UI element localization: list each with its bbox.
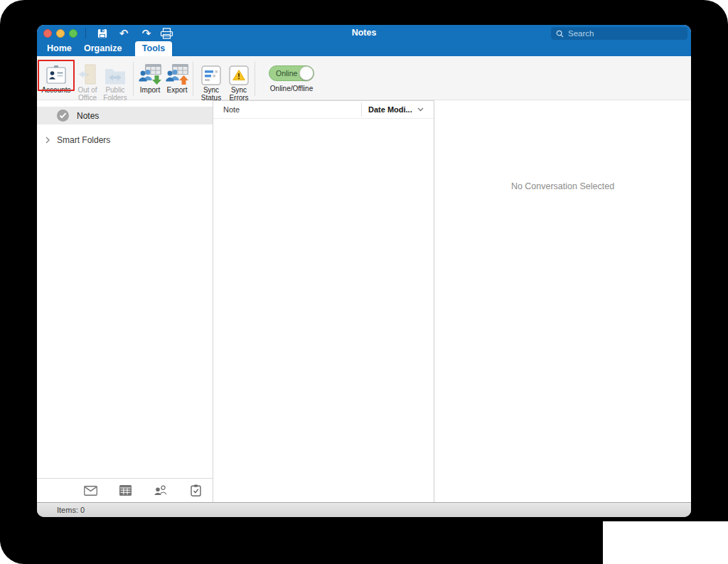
empty-state-message: No Conversation Selected: [434, 181, 691, 191]
ribbon-toolbar: Accounts Out of Office: [37, 56, 691, 100]
tasks-icon: [191, 484, 201, 496]
public-folders-button[interactable]: Public Folders: [100, 61, 131, 98]
items-count: Items: 0: [57, 503, 85, 517]
search-icon: [556, 30, 564, 38]
online-toggle-state: Online: [276, 66, 297, 80]
accounts-button[interactable]: Accounts: [38, 61, 74, 98]
note-column-header[interactable]: Note: [223, 101, 240, 119]
export-label: Export: [161, 87, 193, 95]
public-folders-icon: [104, 66, 127, 85]
tab-organize[interactable]: Organize: [84, 41, 122, 56]
contacts-nav-button[interactable]: [154, 479, 168, 502]
people-icon: [154, 485, 168, 496]
export-icon: [166, 63, 189, 85]
out-of-office-button[interactable]: Out of Office: [75, 61, 100, 98]
calendar-nav-button[interactable]: [119, 479, 132, 502]
online-offline-toggle-group: Online Online/Offline: [259, 61, 324, 92]
background-notch: [603, 521, 728, 564]
online-toggle[interactable]: Online: [269, 65, 314, 81]
sidebar-item-notes[interactable]: Notes: [37, 107, 213, 124]
content-area: Notes Smart Folders: [37, 100, 691, 502]
tasks-nav-button[interactable]: [191, 479, 201, 502]
ribbon-group-divider: [255, 62, 255, 96]
ribbon-tab-row: Home Organize Tools ?: [37, 41, 691, 56]
sort-dropdown[interactable]: Date Modi...: [361, 102, 434, 117]
import-icon: [139, 63, 162, 85]
sidebar-item-smart-folders[interactable]: Smart Folders: [37, 133, 213, 147]
module-nav-bar: [37, 478, 213, 502]
sync-status-icon: [201, 65, 221, 85]
status-bar: Items: 0: [37, 502, 691, 517]
out-of-office-icon: [78, 64, 97, 85]
accounts-label: Accounts: [38, 87, 74, 95]
mail-icon: [84, 486, 97, 496]
mail-nav-button[interactable]: [84, 479, 97, 502]
tab-tools[interactable]: Tools: [135, 41, 172, 56]
sidebar-notes-label: Notes: [77, 111, 99, 121]
ribbon-group-divider: [193, 62, 193, 96]
sync-errors-label-line1: Sync: [223, 87, 255, 95]
toggle-knob-icon: [299, 66, 314, 80]
public-folders-label-line1: Public: [100, 87, 131, 95]
search-placeholder: Search: [568, 29, 594, 38]
titlebar: ↶ ↷ Notes Search: [37, 25, 691, 41]
search-field[interactable]: Search: [551, 27, 687, 40]
tab-home[interactable]: Home: [47, 41, 72, 56]
note-list-pane: Note Date Modi...: [213, 100, 434, 502]
reading-pane: No Conversation Selected: [434, 100, 691, 502]
outlook-window: ↶ ↷ Notes Search: [37, 25, 691, 517]
chevron-right-icon: [46, 137, 50, 144]
smart-folders-label: Smart Folders: [57, 135, 110, 145]
chevron-down-icon: [417, 107, 424, 112]
accounts-icon: [46, 65, 67, 85]
note-list-header: Note Date Modi...: [213, 100, 434, 119]
export-button[interactable]: Export: [161, 61, 193, 98]
online-offline-label: Online/Offline: [259, 85, 324, 92]
calendar-icon: [119, 485, 132, 496]
sync-errors-icon: [229, 65, 249, 85]
checkmark-icon: [57, 110, 69, 122]
sync-errors-button[interactable]: Sync Errors: [223, 61, 255, 98]
sort-label: Date Modi...: [368, 105, 412, 114]
screenshot-canvas: ↶ ↷ Notes Search: [0, 0, 728, 564]
folder-sidebar: Notes Smart Folders: [37, 100, 213, 502]
out-of-office-label-line1: Out of: [75, 87, 100, 95]
